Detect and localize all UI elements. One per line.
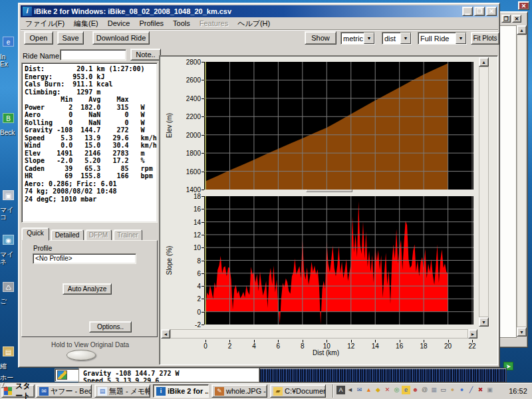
flame-tray-icon[interactable]: ▲ xyxy=(364,386,373,394)
bg-close-icon[interactable]: ✕ xyxy=(512,15,521,23)
stop-tray-icon[interactable]: ✖ xyxy=(476,386,485,394)
bg-scroll-up-icon[interactable]: ▲ xyxy=(517,25,527,35)
plot-scroll-right-icon[interactable]: ► xyxy=(468,329,477,338)
tick-mark xyxy=(201,98,204,99)
options-button[interactable]: Options.. xyxy=(89,321,132,332)
minimize-icon[interactable]: ▁ xyxy=(462,7,473,16)
desktop-icon-label: Beck xyxy=(0,129,17,136)
desktop-icon-label: ホーム xyxy=(0,374,17,388)
users-tray-icon[interactable]: ☻ xyxy=(411,386,420,394)
close-icon[interactable]: ✕ xyxy=(486,7,497,16)
menu-item-f[interactable]: ファイル(F) xyxy=(21,17,69,30)
xaxis-select[interactable]: dist ▼ xyxy=(382,32,412,45)
xaxis-value: dist xyxy=(382,34,400,43)
plot-vscrollbar[interactable] xyxy=(479,66,489,317)
plot-container: ▲ ▼ ◄ ► Dist (km) 2800260024002200200018… xyxy=(159,55,498,365)
y-tick-label: 18 xyxy=(172,193,201,200)
title-bar[interactable]: i iBike 2 for Windows: iBike_08_02_2008_… xyxy=(21,5,498,17)
taskbar-button-3[interactable]: iiBike 2 for ... xyxy=(153,384,209,398)
pen-tray-icon[interactable]: ╱ xyxy=(467,386,475,394)
desktop-icon[interactable]: e xyxy=(3,37,14,47)
monitor-tray-icon[interactable]: ▣ xyxy=(485,386,494,394)
x-tick-label: 22 xyxy=(466,342,479,350)
tab-detailed[interactable]: Detailed xyxy=(51,229,84,241)
note-button[interactable]: Note.. xyxy=(130,49,161,61)
chevron-down-icon[interactable]: ▼ xyxy=(364,33,374,44)
taskbar-button-2[interactable]: ▤無題 - メモ帳 xyxy=(94,384,150,398)
download-ride-button[interactable]: Download Ride xyxy=(92,31,150,45)
maximize-icon[interactable]: ❐ xyxy=(474,7,485,16)
y-tick-label: 1600 xyxy=(172,168,201,176)
bg-window-scrollbar[interactable] xyxy=(517,35,527,327)
units-select[interactable]: metric ▼ xyxy=(340,32,375,45)
chart-plot-area-elev xyxy=(204,62,473,190)
y-tick-label: 2 xyxy=(172,295,201,303)
x-tick-label: 16 xyxy=(393,342,406,350)
desktop-icon-label: ご xyxy=(0,297,17,305)
menu-item-h[interactable]: ヘルプ(H) xyxy=(233,17,275,30)
menu-item-device[interactable]: Device xyxy=(103,18,135,29)
desktop-icon[interactable]: ▣ xyxy=(3,190,14,200)
desktop-icon[interactable]: ◉ xyxy=(3,235,14,245)
globe-tray-icon[interactable]: ● xyxy=(458,386,466,394)
menu-item-profiles[interactable]: Profiles xyxy=(134,18,168,29)
tick-mark xyxy=(201,172,204,172)
range-select[interactable]: Full Ride ▼ xyxy=(418,32,467,45)
badge-tray-icon[interactable]: ◎ xyxy=(392,386,401,394)
swirl-tray-icon[interactable]: @ xyxy=(420,386,429,394)
plot-hscrollbar[interactable] xyxy=(170,329,468,338)
save-button[interactable]: Save xyxy=(57,31,84,45)
hold-to-view-button[interactable] xyxy=(66,350,96,360)
y-tick-label: 16 xyxy=(172,205,201,213)
taskbar-button-label: C:¥Documents .. xyxy=(285,387,326,395)
tick-mark xyxy=(201,325,204,325)
mute-tray-icon[interactable]: ✕ xyxy=(383,386,392,394)
taskbar-button-1[interactable]: ✉ヤフー - Becky!.. xyxy=(36,384,92,398)
paint-icon: ✎ xyxy=(215,387,224,396)
chevron-down-icon[interactable]: ▼ xyxy=(400,33,411,44)
open-button[interactable]: Open xyxy=(24,31,53,45)
x-tick-label: 12 xyxy=(344,342,358,350)
profile-select[interactable]: <No Profile> xyxy=(33,253,136,264)
ride-name-input[interactable] xyxy=(60,49,126,61)
bg-maximize-icon[interactable]: ❐ xyxy=(501,15,511,23)
background-window-close-icon[interactable]: ✕ xyxy=(518,1,529,10)
tick-mark xyxy=(201,135,204,136)
tab-dfpm[interactable]: DFPM xyxy=(85,229,112,241)
plot-scroll-left-icon[interactable]: ◄ xyxy=(161,329,170,338)
mail-tray-icon[interactable]: ✉ xyxy=(355,386,364,394)
plot-scroll-up-icon[interactable]: ▲ xyxy=(479,57,489,66)
tick-mark xyxy=(201,235,204,235)
sync-tray-icon[interactable]: ● xyxy=(448,386,457,394)
shield-tray-icon[interactable]: ◆ xyxy=(374,386,382,394)
desktop-icon[interactable]: ♺ xyxy=(3,282,14,292)
tab-trainer[interactable]: Trainer xyxy=(113,229,142,241)
taskbar-button-4[interactable]: ✎whole.JPG - ペ.. xyxy=(211,384,267,398)
quick-tab-panel: Profile <No Profile> Auto Analyze Option… xyxy=(21,240,158,337)
browser-tray-icon[interactable]: e xyxy=(402,386,410,394)
chart-series-elev xyxy=(204,62,473,190)
hide-arrow-icon[interactable]: ◄ xyxy=(346,386,354,394)
menu-item-features[interactable]: Features xyxy=(195,18,233,29)
y-tick-label: 6 xyxy=(172,270,201,277)
taskbar-clock[interactable]: 16:52 xyxy=(505,384,531,398)
desktop-icon[interactable]: ▤ xyxy=(3,346,14,356)
device-tray-icon[interactable]: ▦ xyxy=(430,386,438,394)
auto-analyze-button[interactable]: Auto Analyze xyxy=(63,283,112,295)
chevron-down-icon[interactable]: ▼ xyxy=(456,33,466,44)
background-window: ❐ ✕ ▲ ▼ xyxy=(496,11,528,348)
menu-item-tools[interactable]: Tools xyxy=(168,18,195,29)
desktop-icon[interactable]: B xyxy=(3,113,14,123)
show-button[interactable]: Show xyxy=(305,31,336,45)
bg-scroll-down-icon[interactable]: ▼ xyxy=(517,327,527,336)
laptop-tray-icon[interactable]: ▭ xyxy=(439,386,448,394)
plot-scroll-down-icon[interactable]: ▼ xyxy=(479,317,489,327)
desktop-icon-label: マイ ネ xyxy=(0,251,17,265)
taskbar-button-5[interactable]: ▰C:¥Documents .. xyxy=(270,384,326,398)
tab-quick[interactable]: Quick xyxy=(21,227,49,241)
y-axis-label-elev: Elev (m) xyxy=(166,92,173,159)
menu-item-e[interactable]: 編集(E) xyxy=(69,17,103,30)
tick-mark xyxy=(201,116,204,117)
ime-tray-icon[interactable]: A xyxy=(336,386,345,394)
fit-plots-button[interactable]: Fit Plots xyxy=(471,32,499,45)
